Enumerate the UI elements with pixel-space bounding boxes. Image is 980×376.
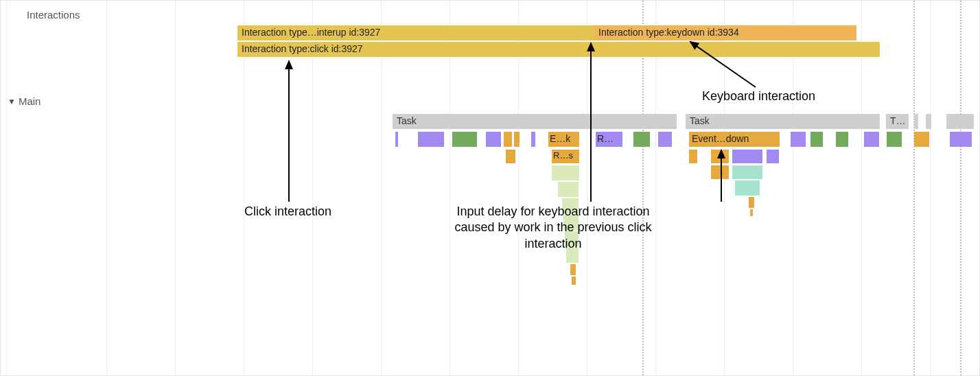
flame-block[interactable] [570, 264, 576, 275]
track-label-main[interactable]: ▼ Main [8, 95, 40, 107]
interaction-bar-keydown[interactable]: Interaction type:keydown id:3934 [594, 25, 856, 40]
flame-block[interactable] [711, 150, 729, 163]
flame-eventdown[interactable]: Event…down [689, 132, 780, 147]
marker-line [913, 1, 915, 375]
flame-block[interactable] [749, 197, 754, 208]
flame-block[interactable] [810, 132, 823, 147]
main-task-2[interactable]: Task [686, 114, 880, 129]
flame-block[interactable] [732, 165, 762, 179]
flame-r[interactable]: R… [596, 132, 622, 147]
flame-block[interactable] [572, 277, 576, 285]
flame-block[interactable] [750, 209, 753, 216]
flame-block[interactable] [711, 165, 729, 179]
flame-block[interactable] [732, 150, 762, 163]
flame-block[interactable] [504, 132, 512, 147]
flame-block[interactable] [486, 132, 501, 147]
interaction-bar-pointerup[interactable]: Interaction type…interup id:3927 [237, 25, 594, 40]
flame-block[interactable] [531, 132, 535, 147]
flame-rs[interactable]: R…s [552, 150, 579, 163]
main-task-sliver[interactable] [946, 114, 974, 129]
interaction-bar-click[interactable]: Interaction type:click id:3927 [237, 42, 880, 57]
track-label-interactions[interactable]: Interactions [27, 9, 80, 21]
flame-block[interactable] [887, 132, 902, 147]
performance-panel[interactable]: Interactions Interaction type…interup id… [0, 0, 980, 376]
flame-block[interactable] [836, 132, 848, 147]
flame-block[interactable] [514, 132, 520, 147]
flame-block[interactable] [950, 132, 972, 147]
flame-block[interactable] [506, 150, 515, 163]
flame-ek[interactable]: E…k [548, 132, 579, 147]
marker-line [960, 1, 961, 375]
flame-block[interactable] [735, 180, 760, 196]
main-task-sliver[interactable] [914, 114, 918, 129]
flame-block[interactable] [914, 132, 929, 147]
main-label-text: Main [19, 95, 41, 107]
annotation-click: Click interaction [244, 204, 331, 220]
flame-block[interactable] [864, 132, 879, 147]
flame-block[interactable] [633, 132, 650, 147]
annotation-keyboard: Keyboard interaction [702, 89, 815, 104]
flame-block[interactable] [558, 182, 579, 197]
flame-block[interactable] [418, 132, 444, 147]
flame-block[interactable] [791, 132, 806, 147]
flame-block[interactable] [395, 132, 398, 147]
flame-block[interactable] [658, 132, 672, 147]
main-task-sliver[interactable] [926, 114, 931, 129]
flame-block[interactable] [452, 132, 477, 147]
flame-block[interactable] [767, 150, 779, 163]
flame-block[interactable] [689, 150, 697, 163]
flame-block[interactable] [552, 165, 579, 180]
main-task-1[interactable]: Task [393, 114, 677, 129]
caret-down-icon[interactable]: ▼ [8, 97, 16, 106]
annotation-input-delay: Input delay for keyboard interaction cau… [447, 204, 660, 252]
main-task-3[interactable]: T… [886, 114, 909, 129]
